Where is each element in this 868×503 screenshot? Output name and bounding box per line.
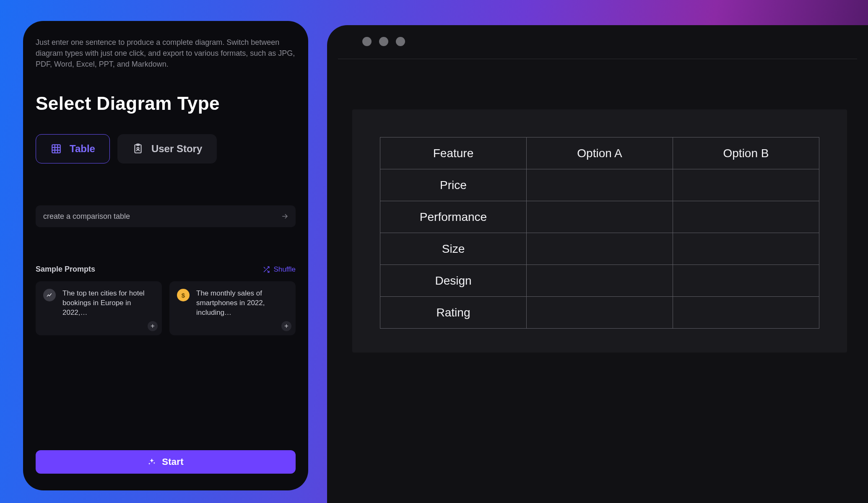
type-table-label: Table: [70, 143, 95, 155]
svg-point-7: [137, 148, 139, 150]
user-story-icon: [132, 143, 144, 155]
chart-badge-icon: [43, 289, 56, 301]
samples-header: Sample Prompts Shuffle: [36, 265, 296, 274]
cell: [673, 169, 819, 201]
start-label: Start: [162, 456, 184, 467]
window-controls: [327, 37, 868, 46]
diagram-type-selector: Table User Story: [36, 134, 296, 163]
sparkle-icon: [148, 458, 156, 466]
submit-arrow-icon[interactable]: [279, 210, 291, 222]
table-row: Price: [380, 169, 819, 201]
cell: [673, 201, 819, 233]
type-table-button[interactable]: Table: [36, 134, 110, 163]
add-sample-button[interactable]: +: [281, 321, 291, 331]
shuffle-button[interactable]: Shuffle: [262, 265, 296, 274]
row-label: Price: [380, 169, 527, 201]
intro-text: Just enter one sentence to produce a com…: [36, 37, 296, 70]
sample-card-text: The top ten cities for hotel bookings in…: [62, 289, 154, 318]
table-row: Size: [380, 233, 819, 265]
cell: [673, 233, 819, 265]
sample-card-text: The monthly sales of smartphones in 2022…: [196, 289, 288, 318]
cell: [527, 201, 673, 233]
svg-rect-5: [135, 145, 141, 153]
cell: [527, 233, 673, 265]
type-userstory-button[interactable]: User Story: [117, 134, 217, 163]
preview-window: Feature Option A Option B PricePerforman…: [327, 25, 868, 503]
preview-canvas: Feature Option A Option B PricePerforman…: [352, 109, 847, 353]
cell: [527, 169, 673, 201]
type-userstory-label: User Story: [151, 143, 202, 155]
shuffle-icon: [262, 266, 270, 273]
cell: [527, 265, 673, 297]
sample-card[interactable]: $ The monthly sales of smartphones in 20…: [169, 281, 296, 335]
svg-rect-6: [137, 144, 140, 145]
table-header-row: Feature Option A Option B: [380, 137, 819, 169]
add-sample-button[interactable]: +: [148, 321, 158, 331]
svg-rect-0: [52, 145, 60, 153]
sample-card[interactable]: The top ten cities for hotel bookings in…: [36, 281, 162, 335]
table-row: Design: [380, 265, 819, 297]
cell: [673, 265, 819, 297]
sample-cards: The top ten cities for hotel bookings in…: [36, 281, 296, 335]
shuffle-label: Shuffle: [273, 265, 296, 274]
table-row: Performance: [380, 201, 819, 233]
page-title: Select Diagram Type: [36, 93, 296, 114]
window-dot[interactable]: [396, 37, 405, 46]
prompt-input[interactable]: [43, 212, 274, 221]
table-row: Rating: [380, 297, 819, 329]
row-label: Design: [380, 265, 527, 297]
coin-badge-icon: $: [177, 289, 190, 301]
divider: [338, 59, 857, 59]
comparison-table: Feature Option A Option B PricePerforman…: [380, 137, 819, 329]
table-icon: [50, 143, 62, 155]
start-button[interactable]: Start: [36, 450, 296, 474]
cell: [673, 297, 819, 329]
prompt-input-container: [36, 205, 296, 227]
col-feature: Feature: [380, 137, 527, 169]
samples-label: Sample Prompts: [36, 265, 95, 274]
col-option-b: Option B: [673, 137, 819, 169]
cell: [527, 297, 673, 329]
diagram-config-panel: Just enter one sentence to produce a com…: [23, 21, 308, 490]
window-dot[interactable]: [362, 37, 372, 46]
row-label: Size: [380, 233, 527, 265]
row-label: Rating: [380, 297, 527, 329]
row-label: Performance: [380, 201, 527, 233]
window-dot[interactable]: [379, 37, 388, 46]
col-option-a: Option A: [527, 137, 673, 169]
